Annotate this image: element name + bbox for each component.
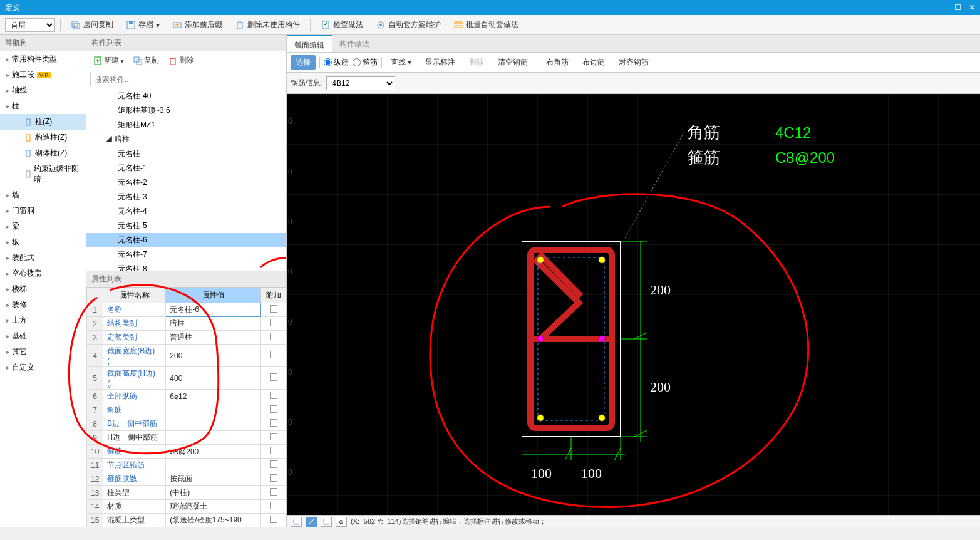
batch-auto-button[interactable]: 批量自动套做法: [448, 18, 524, 31]
nav-item-19[interactable]: ▸ 自定义: [0, 360, 86, 375]
extra-checkbox[interactable]: [270, 405, 277, 413]
extra-checkbox[interactable]: [270, 474, 277, 482]
floor-select[interactable]: 首层: [5, 18, 55, 32]
property-row-3[interactable]: 4截面宽度(B边)(...200: [87, 345, 286, 367]
nav-item-0[interactable]: ▸ 常用构件类型: [0, 51, 86, 67]
nav-item-14[interactable]: ▸ 楼梯: [0, 281, 86, 297]
component-item-10[interactable]: 无名柱-6: [86, 233, 286, 247]
nav-item-9[interactable]: ▸ 门窗洞: [0, 203, 86, 219]
nav-item-12[interactable]: ▸ 装配式: [0, 250, 86, 266]
maximize-button[interactable]: ☐: [954, 3, 961, 12]
auto-maintain-button[interactable]: 自动套方案维护: [371, 18, 446, 31]
component-item-1[interactable]: 矩形柱基顶~3.6: [86, 103, 286, 118]
delete-rebar-button[interactable]: 删除: [464, 55, 489, 70]
layer-copy-button[interactable]: 层间复制: [66, 18, 118, 31]
nav-item-6[interactable]: 砌体柱(Z): [0, 145, 86, 161]
nav-item-5[interactable]: 构造柱(Z): [0, 130, 86, 145]
property-row-10[interactable]: 11节点区箍筋: [87, 459, 286, 472]
property-row-0[interactable]: 1名称无名柱-6: [87, 303, 286, 317]
show-mark-button[interactable]: 显示标注: [420, 55, 460, 70]
line-button[interactable]: 直线 ▾: [386, 55, 416, 70]
axis-button-2[interactable]: [306, 517, 317, 527]
corner-rebar-button[interactable]: 布角筋: [541, 55, 574, 70]
component-item-11[interactable]: 无名柱-7: [86, 247, 286, 262]
extra-checkbox[interactable]: [270, 392, 277, 399]
nav-item-15[interactable]: ▸ 装修: [0, 297, 86, 313]
nav-item-11[interactable]: ▸ 板: [0, 234, 86, 250]
copy-component-button[interactable]: 复制: [130, 54, 162, 67]
nav-item-17[interactable]: ▸ 基础: [0, 328, 86, 344]
extra-checkbox[interactable]: [270, 351, 277, 358]
minimize-button[interactable]: ─: [941, 3, 947, 12]
nav-item-18[interactable]: ▸ 其它: [0, 344, 86, 360]
component-item-8[interactable]: 无名柱-4: [86, 204, 286, 219]
component-item-4[interactable]: 无名柱: [86, 147, 286, 161]
property-row-11[interactable]: 12箍筋肢数按截面: [87, 472, 286, 486]
new-component-button[interactable]: 新建 ▾: [90, 54, 126, 67]
tab-component-method[interactable]: 构件做法: [332, 35, 377, 52]
svg-point-8: [379, 24, 382, 26]
nav-item-3[interactable]: ▸ 柱: [0, 98, 86, 114]
svg-rect-3: [129, 21, 133, 24]
side-rebar-button[interactable]: 布边筋: [577, 55, 610, 70]
extra-checkbox[interactable]: [270, 333, 277, 340]
steel-info-select[interactable]: 4B12: [326, 76, 395, 90]
property-row-14[interactable]: 15混凝土类型(泵送砼/砼度175~190: [87, 514, 286, 527]
nav-item-2[interactable]: ▸ 轴线: [0, 83, 86, 98]
align-rebar-button[interactable]: 对齐钢筋: [614, 55, 654, 70]
extra-checkbox[interactable]: [270, 419, 277, 427]
extra-checkbox[interactable]: [270, 447, 277, 454]
property-row-4[interactable]: 5截面高度(H边)(...400: [87, 367, 286, 390]
extra-checkbox[interactable]: [270, 488, 277, 496]
nav-item-10[interactable]: ▸ 梁: [0, 219, 86, 234]
component-item-0[interactable]: 无名柱-40: [86, 89, 286, 103]
axis-button-3[interactable]: [321, 517, 332, 527]
extra-checkbox[interactable]: [270, 305, 277, 313]
nav-item-1[interactable]: ▸ 施工段 VIP: [0, 67, 86, 83]
component-item-3[interactable]: ◢ 暗柱: [86, 132, 286, 147]
stirrup-radio[interactable]: 箍筋: [353, 57, 378, 68]
component-item-9[interactable]: 无名柱-5: [86, 219, 286, 233]
component-item-6[interactable]: 无名柱-2: [86, 175, 286, 190]
save-button[interactable]: 存档 ▾: [121, 18, 165, 31]
property-row-8[interactable]: 9H边一侧中部筋: [87, 431, 286, 445]
property-row-5[interactable]: 6全部纵筋6⌀12: [87, 390, 286, 403]
section-canvas[interactable]: 0 0 0 0 0 0 0 0 00: [287, 94, 980, 515]
component-item-12[interactable]: 无名柱-8: [86, 262, 286, 271]
close-button[interactable]: ✕: [969, 3, 975, 12]
nav-tree: ▸ 常用构件类型▸ 施工段 VIP▸ 轴线▸ 柱 柱(Z) 构造柱(Z) 砌体柱…: [0, 51, 86, 527]
nav-item-8[interactable]: ▸ 墙: [0, 187, 86, 203]
select-button[interactable]: 选择: [291, 55, 316, 70]
delete-component-button[interactable]: 删除: [165, 54, 197, 67]
extra-checkbox[interactable]: [270, 516, 277, 523]
component-item-7[interactable]: 无名柱-3: [86, 190, 286, 204]
add-prefix-button[interactable]: 添加前后缀: [167, 18, 227, 31]
property-row-6[interactable]: 7角筋: [87, 403, 286, 417]
extra-checkbox[interactable]: [270, 433, 277, 440]
long-rebar-radio[interactable]: 纵筋: [324, 57, 349, 68]
nav-item-7[interactable]: 约束边缘非阴暗: [0, 161, 86, 187]
clear-rebar-button[interactable]: 清空钢筋: [493, 55, 533, 70]
nav-item-4[interactable]: 柱(Z): [0, 114, 86, 130]
component-item-2[interactable]: 矩形柱MZ1: [86, 118, 286, 132]
tab-section-edit[interactable]: 截面编辑: [287, 35, 332, 52]
component-search-input[interactable]: [90, 73, 282, 86]
property-row-12[interactable]: 13柱类型(中柱): [87, 486, 286, 500]
property-row-7[interactable]: 8B边一侧中部筋: [87, 417, 286, 431]
extra-checkbox[interactable]: [270, 460, 277, 468]
component-item-5[interactable]: 无名柱-1: [86, 161, 286, 175]
extra-checkbox[interactable]: [270, 319, 277, 326]
extra-checkbox[interactable]: [270, 502, 277, 509]
nav-item-13[interactable]: ▸ 空心楼盖: [0, 266, 86, 281]
delete-unused-button[interactable]: 删除未使用构件: [230, 18, 305, 31]
property-row-13[interactable]: 14材质现浇混凝土: [87, 500, 286, 514]
property-row-9[interactable]: 10箍筋⌀8@200: [87, 445, 286, 459]
ortho-button[interactable]: ⊕: [336, 517, 347, 527]
property-row-2[interactable]: 3定额类别普通柱: [87, 331, 286, 345]
nav-item-16[interactable]: ▸ 土方: [0, 313, 86, 328]
axis-button-1[interactable]: [291, 517, 302, 527]
check-method-button[interactable]: 检查做法: [316, 18, 368, 31]
property-row-1[interactable]: 2结构类别暗柱: [87, 317, 286, 331]
extra-checkbox[interactable]: [270, 373, 277, 381]
svg-line-31: [539, 254, 581, 296]
